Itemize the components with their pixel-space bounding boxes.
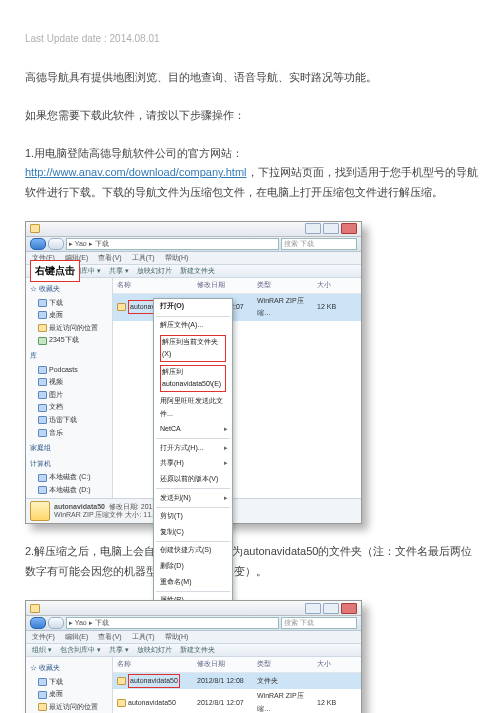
search-box[interactable]: 搜索 下载 xyxy=(281,617,357,629)
sidebar-item[interactable]: 桌面 xyxy=(30,688,110,701)
context-menu: 打开(O) 解压文件(A)... 解压到当前文件夹(X) 解压到 autonav… xyxy=(153,298,233,609)
col-size[interactable]: 大小 xyxy=(317,658,331,671)
address-bar[interactable]: ▸ Yao ▸ 下载 xyxy=(66,617,279,629)
sidebar-home[interactable]: 家庭组 xyxy=(30,442,110,455)
disk-icon xyxy=(38,474,47,482)
ctx-sendto[interactable]: 发送到(N) xyxy=(154,490,232,506)
sidebar-lib[interactable]: 库 xyxy=(30,350,110,363)
window-controls xyxy=(305,223,357,234)
ctx-aliww[interactable]: 用阿里旺旺发送此文件... xyxy=(154,394,232,422)
back-button[interactable] xyxy=(30,617,46,629)
docs-icon xyxy=(38,404,47,412)
min-button[interactable] xyxy=(305,223,321,234)
folder-row[interactable]: autonavidata50 2012/8/1 12:08 文件夹 xyxy=(113,673,361,690)
folder-icon xyxy=(30,604,40,613)
column-headers: 名称 修改日期 类型 大小 xyxy=(113,278,361,294)
sidebar-item[interactable]: 桌面 xyxy=(30,309,110,322)
col-date[interactable]: 修改日期 xyxy=(197,279,257,292)
sidebar-item[interactable]: 音乐 xyxy=(30,427,110,440)
step-1-title: 1.用电脑登陆高德导航软件公司的官方网站： xyxy=(25,147,243,159)
sidebar-item[interactable]: Podcasts xyxy=(30,364,110,377)
file-size: 12 KB xyxy=(317,301,336,314)
ctx-delete[interactable]: 删除(D) xyxy=(154,558,232,574)
tool-new[interactable]: 新建文件夹 xyxy=(180,265,215,278)
menu-edit[interactable]: 编辑(E) xyxy=(65,631,88,644)
right-click-callout: 右键点击 xyxy=(30,260,80,282)
ctx-extract-here[interactable]: 解压到当前文件夹(X) xyxy=(154,333,232,363)
ctx-extract1[interactable]: 解压文件(A)... xyxy=(154,318,232,334)
back-button[interactable] xyxy=(30,238,46,250)
sidebar-item[interactable]: 本地磁盘 (D:) xyxy=(30,484,110,497)
sidebar-item[interactable]: 图片 xyxy=(30,389,110,402)
max-button[interactable] xyxy=(323,223,339,234)
window-titlebar xyxy=(26,601,361,616)
tool-slideshow[interactable]: 放映幻灯片 xyxy=(137,265,172,278)
menu-bar: 文件(F) 编辑(E) 查看(V) 工具(T) 帮助(H) xyxy=(26,631,361,644)
forward-button[interactable] xyxy=(48,238,64,250)
ctx-open[interactable]: 打开(O) xyxy=(154,299,232,315)
desktop-icon xyxy=(38,691,47,699)
file-row[interactable]: autonavidata50 2012/8/1 12:07 WinRAR ZIP… xyxy=(113,294,361,321)
videos-icon xyxy=(38,378,47,386)
sidebar: ☆ 收藏夹 下载 桌面 最近访问的位置 2345下载 库 Podcasts 视频… xyxy=(26,657,113,713)
ctx-copy[interactable]: 复制(C) xyxy=(154,524,232,540)
search-box[interactable]: 搜索 下载 xyxy=(281,238,357,250)
sidebar-item[interactable]: 下载 xyxy=(30,297,110,310)
menu-tools[interactable]: 工具(T) xyxy=(132,252,155,265)
ctx-rename[interactable]: 重命名(M) xyxy=(154,574,232,590)
max-button[interactable] xyxy=(323,603,339,614)
last-updated: Last Update date : 2014.08.01 xyxy=(25,30,479,48)
sidebar-item[interactable]: 2345下载 xyxy=(30,334,110,347)
file-row[interactable]: autonavidata50 2012/8/1 12:07 WinRAR ZIP… xyxy=(113,689,361,713)
menu-view[interactable]: 查看(V) xyxy=(98,252,121,265)
sidebar-item[interactable]: 文档 xyxy=(30,401,110,414)
step-2: 2.解压缩之后，电脑上会自动出现一个名称为autonavidata50的文件夹（… xyxy=(25,542,479,582)
file-type: WinRAR ZIP压缩… xyxy=(257,295,317,320)
sidebar-item[interactable]: 本地磁盘 (C:) xyxy=(30,471,110,484)
ctx-cut[interactable]: 剪切(T) xyxy=(154,509,232,525)
file-type: WinRAR ZIP压缩… xyxy=(257,690,317,713)
ctx-restore[interactable]: 还原以前的版本(V) xyxy=(154,472,232,488)
tool-org[interactable]: 组织 ▾ xyxy=(32,644,52,657)
tool-share[interactable]: 共享 ▾ xyxy=(109,644,129,657)
menu-help[interactable]: 帮助(H) xyxy=(165,252,189,265)
step-1-link[interactable]: http://www.anav.com/download/company.htm… xyxy=(25,166,247,178)
ctx-extract-to[interactable]: 解压到 autonavidata50\(E) xyxy=(154,363,232,393)
close-button[interactable] xyxy=(341,223,357,234)
sidebar-pc[interactable]: 计算机 xyxy=(30,458,110,471)
ctx-netca[interactable]: NetCA xyxy=(154,422,232,438)
ctx-shortcut[interactable]: 创建快捷方式(S) xyxy=(154,543,232,559)
min-button[interactable] xyxy=(305,603,321,614)
screenshot-1: ▸ Yao ▸ 下载 搜索 下载 文件(F) 编辑(E) 查看(V) 工具(T)… xyxy=(25,221,362,525)
sidebar-fav[interactable]: ☆ 收藏夹 xyxy=(30,662,110,675)
desktop-icon xyxy=(38,311,47,319)
tool-share[interactable]: 共享 ▾ xyxy=(109,265,129,278)
sidebar-item[interactable]: 视频 xyxy=(30,376,110,389)
col-type[interactable]: 类型 xyxy=(257,279,317,292)
intro-text: 高德导航具有提供地图浏览、目的地查询、语音导航、实时路况等功能。 xyxy=(25,68,479,88)
col-name[interactable]: 名称 xyxy=(117,658,197,671)
tool-slideshow[interactable]: 放映幻灯片 xyxy=(137,644,172,657)
forward-button[interactable] xyxy=(48,617,64,629)
close-button[interactable] xyxy=(341,603,357,614)
menu-tools[interactable]: 工具(T) xyxy=(132,631,155,644)
nav-row: ▸ Yao ▸ 下载 搜索 下载 xyxy=(26,237,361,252)
col-name[interactable]: 名称 xyxy=(117,279,197,292)
menu-help[interactable]: 帮助(H) xyxy=(165,631,189,644)
sidebar-item[interactable]: 迅雷下载 xyxy=(30,414,110,427)
lead-text: 如果您需要下载此软件，请按以下步骤操作： xyxy=(25,106,479,126)
sidebar-item[interactable]: 最近访问的位置 xyxy=(30,322,110,335)
col-size[interactable]: 大小 xyxy=(317,279,331,292)
sidebar-item[interactable]: 下载 xyxy=(30,676,110,689)
address-bar[interactable]: ▸ Yao ▸ 下载 xyxy=(66,238,279,250)
menu-view[interactable]: 查看(V) xyxy=(98,631,121,644)
tool-include[interactable]: 包含到库中 ▾ xyxy=(60,644,101,657)
col-date[interactable]: 修改日期 xyxy=(197,658,257,671)
col-type[interactable]: 类型 xyxy=(257,658,317,671)
sidebar-fav[interactable]: ☆ 收藏夹 xyxy=(30,283,110,296)
tool-new[interactable]: 新建文件夹 xyxy=(180,644,215,657)
sidebar-item[interactable]: 最近访问的位置 xyxy=(30,701,110,713)
menu-file[interactable]: 文件(F) xyxy=(32,631,55,644)
ctx-openwith[interactable]: 打开方式(H)... xyxy=(154,440,232,456)
ctx-share[interactable]: 共享(H) xyxy=(154,456,232,472)
